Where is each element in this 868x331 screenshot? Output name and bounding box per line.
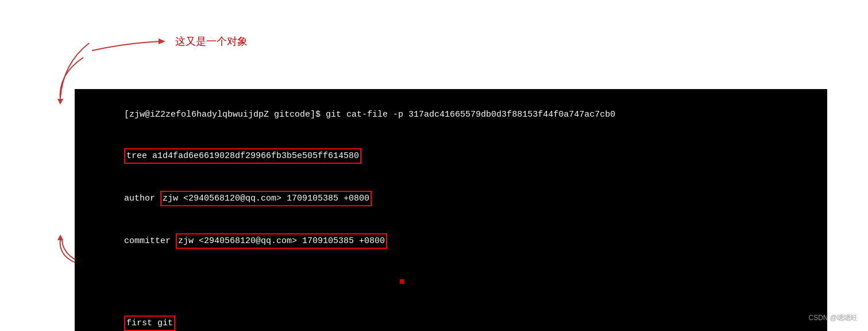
terminal-line-4: committer zjw <2940568120@qq.com> 170910… <box>83 220 819 262</box>
terminal-line-2: tree a1d4fad6e6619028df29966fb3b5e505ff6… <box>83 135 819 178</box>
svg-marker-1 <box>159 39 165 44</box>
watermark: CSDN @嗯嗯旺 <box>808 313 858 323</box>
author-label: author <box>124 194 160 203</box>
terminal-line-3: author zjw <2940568120@qq.com> 170910538… <box>83 178 819 220</box>
red-square <box>400 279 404 284</box>
terminal-line-5 <box>83 262 819 302</box>
author-box: zjw <2940568120@qq.com> 1709105385 +0800 <box>160 191 372 206</box>
terminal-wrapper: [zjw@iZ2zefol6hadylqbwuijdpZ gitcode]$ g… <box>75 89 827 331</box>
svg-marker-2 <box>57 234 63 240</box>
committer-box: zjw <2940568120@qq.com> 1709105385 +0800 <box>176 233 387 249</box>
committer-label: committer <box>124 236 176 246</box>
terminal-line-1: [zjw@iZ2zefol6hadylqbwuijdpZ gitcode]$ g… <box>83 95 819 135</box>
terminal: [zjw@iZ2zefol6hadylqbwuijdpZ gitcode]$ g… <box>75 89 827 331</box>
terminal-line-6: first git <box>83 302 819 331</box>
annotation-top: 这又是一个对象 <box>175 34 248 48</box>
prompt-1: [zjw@iZ2zefol6hadylqbwuijdpZ gitcode]$ g… <box>124 110 615 120</box>
firstgit-box: first git <box>124 315 175 331</box>
tree-box: tree a1d4fad6e6619028df29966fb3b5e505ff6… <box>124 148 361 164</box>
page-container: 这又是一个对象 第一次提交的备注 [zjw@iZ2zefol6hadylqbwu… <box>0 0 868 331</box>
svg-marker-0 <box>57 99 63 105</box>
